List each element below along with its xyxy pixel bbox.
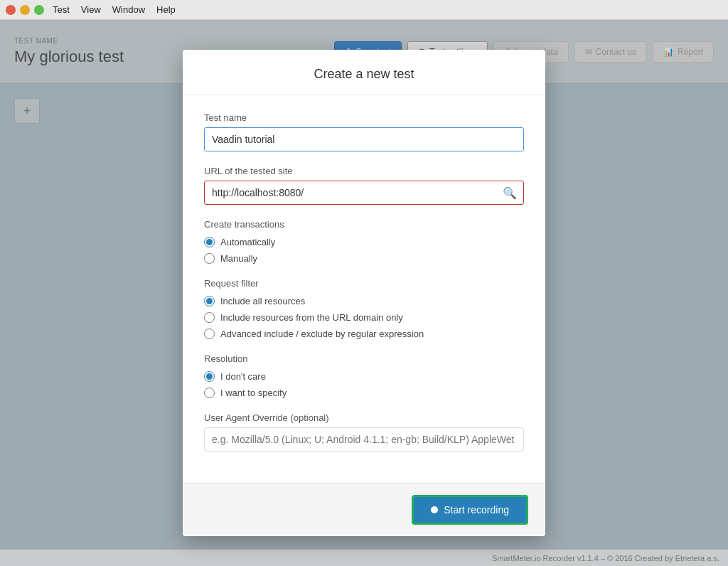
create-test-dialog: Create a new test Test name URL of the t… — [183, 50, 545, 536]
search-icon: 🔍 — [503, 186, 517, 200]
menu-test[interactable]: Test — [53, 4, 70, 15]
menu-help[interactable]: Help — [156, 4, 176, 15]
dialog-body: Test name URL of the tested site 🔍 Creat… — [183, 95, 545, 483]
close-button[interactable] — [6, 5, 16, 15]
radio-manually[interactable]: Manually — [204, 253, 524, 264]
radio-include-domain-input[interactable] — [204, 312, 215, 323]
user-agent-group: User Agent Override (optional) — [204, 412, 524, 452]
radio-manually-label: Manually — [220, 253, 257, 264]
test-name-input[interactable] — [204, 127, 524, 151]
window-controls — [6, 5, 44, 15]
radio-dont-care-label: I don't care — [220, 371, 266, 382]
maximize-button[interactable] — [34, 5, 44, 15]
test-name-group: Test name — [204, 112, 524, 151]
test-name-field-label: Test name — [204, 112, 524, 123]
filter-radio-group: Include all resources Include resources … — [204, 296, 524, 339]
radio-specify[interactable]: I want to specify — [204, 388, 524, 398]
transactions-radio-group: Automatically Manually — [204, 237, 524, 264]
menu-window[interactable]: Window — [112, 4, 145, 15]
resolution-group: Resolution I don't care I want to specif… — [204, 353, 524, 398]
resolution-radio-group: I don't care I want to specify — [204, 371, 524, 398]
radio-include-domain-label: Include resources from the URL domain on… — [220, 312, 403, 323]
radio-automatically-input[interactable] — [204, 237, 215, 247]
radio-automatically-label: Automatically — [220, 237, 275, 247]
radio-include-domain[interactable]: Include resources from the URL domain on… — [204, 312, 524, 323]
modal-overlay: Create a new test Test name URL of the t… — [0, 20, 728, 566]
start-recording-button[interactable]: Start recording — [412, 495, 528, 525]
dialog-header: Create a new test — [183, 50, 545, 95]
radio-automatically[interactable]: Automatically — [204, 237, 524, 247]
resolution-label: Resolution — [204, 353, 524, 364]
dialog-footer: Start recording — [183, 483, 545, 536]
radio-specify-input[interactable] — [204, 388, 215, 398]
url-input-wrapper: 🔍 — [204, 181, 524, 205]
menu-view[interactable]: View — [81, 4, 101, 15]
request-filter-group: Request filter Include all resources Inc… — [204, 278, 524, 339]
title-bar: Test View Window Help — [0, 0, 728, 20]
radio-advanced-input[interactable] — [204, 329, 215, 339]
url-input[interactable] — [204, 181, 524, 205]
radio-dont-care[interactable]: I don't care — [204, 371, 524, 382]
user-agent-label: User Agent Override (optional) — [204, 412, 524, 423]
create-transactions-group: Create transactions Automatically Manual… — [204, 219, 524, 264]
radio-include-all[interactable]: Include all resources — [204, 296, 524, 306]
request-filter-label: Request filter — [204, 278, 524, 289]
radio-advanced[interactable]: Advanced include / exclude by regular ex… — [204, 329, 524, 339]
radio-advanced-label: Advanced include / exclude by regular ex… — [220, 329, 424, 339]
start-recording-label: Start recording — [444, 504, 509, 516]
radio-dont-care-input[interactable] — [204, 371, 215, 382]
user-agent-input[interactable] — [204, 427, 524, 452]
radio-include-all-label: Include all resources — [220, 296, 305, 306]
app-area: TEST NAME My glorious test ⬇ Save test ⚙… — [0, 20, 728, 566]
url-group: URL of the tested site 🔍 — [204, 166, 524, 205]
dialog-title: Create a new test — [204, 67, 524, 82]
radio-specify-label: I want to specify — [220, 388, 287, 398]
radio-manually-input[interactable] — [204, 253, 215, 264]
minimize-button[interactable] — [20, 5, 30, 15]
url-field-label: URL of the tested site — [204, 166, 524, 176]
create-transactions-label: Create transactions — [204, 219, 524, 230]
menu-bar: Test View Window Help — [53, 4, 176, 15]
record-dot-icon — [431, 506, 438, 513]
radio-include-all-input[interactable] — [204, 296, 215, 306]
